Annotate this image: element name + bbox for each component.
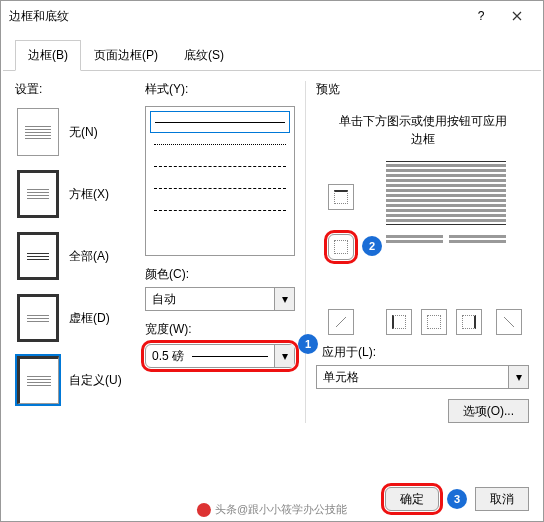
settings-column: 设置: 无(N) 方框(X) 全部(A) 虚框(D) 自定义(U) xyxy=(15,81,135,423)
setting-box-label: 方框(X) xyxy=(69,186,109,203)
cancel-button[interactable]: 取消 xyxy=(475,487,529,511)
style-listbox[interactable] xyxy=(145,106,295,256)
border-vmiddle-button[interactable] xyxy=(421,309,447,335)
style-dashdot[interactable] xyxy=(150,199,290,221)
footer-buttons: 确定 3 取消 xyxy=(385,487,529,511)
chevron-down-icon: ▾ xyxy=(282,292,288,306)
color-value: 自动 xyxy=(146,288,274,310)
tab-page-border[interactable]: 页面边框(P) xyxy=(81,40,171,71)
watermark-logo-icon xyxy=(197,503,211,517)
preview-column: 预览 单击下方图示或使用按钮可应用边框 2 xyxy=(305,81,529,423)
width-text: 0.5 磅 xyxy=(152,348,184,365)
applyto-dropdown-button[interactable]: ▾ xyxy=(508,366,528,388)
marker-3: 3 xyxy=(447,489,467,509)
custom-icon xyxy=(17,356,59,404)
border-diag1-button[interactable] xyxy=(328,309,354,335)
setting-custom[interactable]: 自定义(U) xyxy=(15,354,135,406)
borders-shading-dialog: 边框和底纹 ? 边框(B) 页面边框(P) 底纹(S) 设置: 无(N) 方框(… xyxy=(0,0,544,522)
tab-border[interactable]: 边框(B) xyxy=(15,40,81,71)
setting-all-label: 全部(A) xyxy=(69,248,109,265)
setting-none-label: 无(N) xyxy=(69,124,98,141)
style-dashed1[interactable] xyxy=(150,133,290,155)
settings-label: 设置: xyxy=(15,81,135,98)
chevron-down-icon: ▾ xyxy=(516,370,522,384)
style-dashed3[interactable] xyxy=(150,177,290,199)
box-icon xyxy=(17,170,59,218)
applyto-combo[interactable]: 单元格 ▾ xyxy=(316,365,529,389)
setting-grid[interactable]: 虚框(D) xyxy=(15,292,135,344)
watermark-text: 头条@跟小小筱学办公技能 xyxy=(215,502,347,517)
preview-label: 预览 xyxy=(316,81,529,98)
width-value: 0.5 磅 xyxy=(146,345,274,367)
setting-box[interactable]: 方框(X) xyxy=(15,168,135,220)
close-icon xyxy=(512,11,522,21)
preview-document[interactable] xyxy=(386,159,506,245)
marker-1: 1 xyxy=(298,334,318,354)
preview-area: 2 xyxy=(316,154,529,334)
ok-button[interactable]: 确定 xyxy=(385,487,439,511)
style-label: 样式(Y): xyxy=(145,81,295,98)
color-dropdown-button[interactable]: ▾ xyxy=(274,288,294,310)
applyto-value: 单元格 xyxy=(317,366,508,388)
close-button[interactable] xyxy=(499,3,535,29)
border-diag2-button[interactable] xyxy=(496,309,522,335)
help-button[interactable]: ? xyxy=(463,3,499,29)
border-hmiddle-button[interactable] xyxy=(328,234,354,260)
border-top-button[interactable] xyxy=(328,184,354,210)
style-dashed2[interactable] xyxy=(150,155,290,177)
watermark: 头条@跟小小筱学办公技能 xyxy=(197,502,347,517)
options-button[interactable]: 选项(O)... xyxy=(448,399,529,423)
width-label: 宽度(W): xyxy=(145,321,295,338)
width-dropdown-button[interactable]: ▾ xyxy=(274,345,294,367)
content-area: 设置: 无(N) 方框(X) 全部(A) 虚框(D) 自定义(U) xyxy=(1,71,543,433)
setting-grid-label: 虚框(D) xyxy=(69,310,110,327)
setting-none[interactable]: 无(N) xyxy=(15,106,135,158)
applyto-label: 应用于(L): xyxy=(316,344,529,361)
style-column: 样式(Y): 颜色(C): 自动 ▾ 宽度(W): 0.5 磅 ▾ xyxy=(145,81,295,423)
tab-bar: 边框(B) 页面边框(P) 底纹(S) xyxy=(3,31,541,71)
setting-custom-label: 自定义(U) xyxy=(69,372,122,389)
tab-shading[interactable]: 底纹(S) xyxy=(171,40,237,71)
dialog-title: 边框和底纹 xyxy=(9,8,463,25)
color-label: 颜色(C): xyxy=(145,266,295,283)
titlebar: 边框和底纹 ? xyxy=(1,1,543,31)
setting-all[interactable]: 全部(A) xyxy=(15,230,135,282)
border-right-button[interactable] xyxy=(456,309,482,335)
grid-icon xyxy=(17,294,59,342)
width-combo[interactable]: 0.5 磅 ▾ xyxy=(145,344,295,368)
all-icon xyxy=(17,232,59,280)
marker-2: 2 xyxy=(362,236,382,256)
style-solid[interactable] xyxy=(150,111,290,133)
preview-hint: 单击下方图示或使用按钮可应用边框 xyxy=(316,106,529,154)
chevron-down-icon: ▾ xyxy=(282,349,288,363)
none-icon xyxy=(17,108,59,156)
border-left-button[interactable] xyxy=(386,309,412,335)
color-combo[interactable]: 自动 ▾ xyxy=(145,287,295,311)
